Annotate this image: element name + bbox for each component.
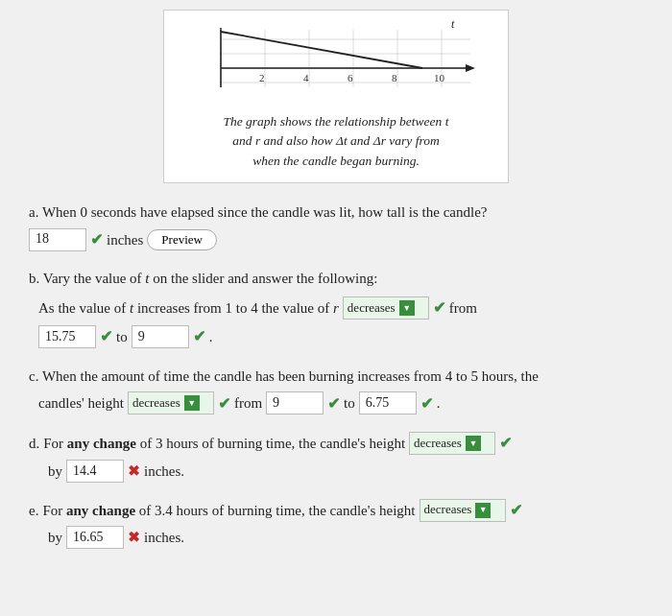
section-a-answer-row: 18 ✔ inches Preview (29, 227, 643, 252)
section-e-dropdown-arrow: ▼ (475, 503, 491, 518)
section-b-to: to (116, 325, 128, 348)
section-e-unit: inches. (144, 526, 184, 549)
svg-text:4: 4 (303, 72, 309, 83)
section-e-text: For any change of 3.4 hours of burning t… (42, 499, 415, 522)
graph-caption: The graph shows the relationship between… (180, 112, 492, 171)
section-c-dropdown-value: decreases (132, 393, 180, 414)
section-b-period: . (209, 325, 213, 348)
section-b-label: b. (29, 271, 39, 286)
svg-text:2: 2 (259, 72, 265, 83)
section-d-label: d. (29, 432, 39, 455)
section-a-input[interactable]: 18 (29, 228, 86, 251)
section-a: a. When 0 seconds have elapsed since the… (29, 201, 643, 252)
section-e-dropdown[interactable]: decreases ▼ (420, 499, 506, 522)
section-d-unit: inches. (144, 460, 184, 483)
section-b-dropdown-value: decreases (348, 298, 396, 319)
section-c-from: from (234, 391, 262, 415)
svg-line-19 (221, 32, 422, 68)
section-e-xmark: ✖ (128, 526, 140, 549)
section-b-checkmark1: ✔ (433, 296, 445, 320)
section-b-text: b. Vary the value of t on the slider and… (29, 267, 643, 290)
section-b-row2: 15.75 ✔ to 9 ✔ . (38, 324, 643, 349)
section-d-text: For any change of 3 hours of burning tim… (43, 432, 405, 455)
section-c-checkmark3: ✔ (420, 391, 433, 416)
graph-container: t 2 4 6 8 10 The graph shows the relatio… (163, 10, 509, 183)
section-c: c. When the amount of time the candle ha… (29, 365, 643, 416)
section-b: b. Vary the value of t on the slider and… (29, 267, 643, 348)
section-d-dropdown[interactable]: decreases ▼ (409, 432, 495, 455)
section-c-period: . (437, 391, 441, 415)
section-a-unit: inches (107, 228, 143, 251)
section-b-content: As the value of t increases from 1 to 4 … (38, 296, 643, 348)
section-e-label: e. (29, 499, 38, 522)
section-c-dropdown[interactable]: decreases ▼ (128, 391, 214, 415)
section-b-val1[interactable]: 15.75 (38, 325, 96, 348)
section-c-dropdown-arrow: ▼ (184, 395, 200, 411)
section-e-row1: e. For any change of 3.4 hours of burnin… (29, 498, 643, 523)
section-d-dropdown-value: decreases (414, 434, 462, 454)
section-c-val1[interactable]: 9 (266, 391, 324, 415)
section-b-checkmark2: ✔ (100, 324, 112, 349)
section-d-row1: d. For any change of 3 hours of burning … (29, 431, 643, 456)
svg-marker-11 (466, 64, 475, 72)
section-d: d. For any change of 3 hours of burning … (29, 431, 643, 483)
section-d-xmark: ✖ (128, 460, 140, 483)
svg-text:10: 10 (434, 72, 445, 83)
section-b-row1-pre: As the value of t increases from 1 to 4 … (38, 296, 339, 320)
section-c-checkmark1: ✔ (218, 391, 230, 416)
section-e-row2: by 16.65 ✖ inches. (48, 526, 643, 549)
section-a-label: a. (29, 204, 38, 220)
graph-svg: t 2 4 6 8 10 (192, 20, 480, 107)
section-b-from: from (449, 296, 477, 320)
section-b-dropdown-arrow: ▼ (399, 300, 415, 316)
section-b-dropdown[interactable]: decreases ▼ (343, 296, 429, 320)
svg-text:8: 8 (392, 72, 397, 83)
section-b-row1: As the value of t increases from 1 to 4 … (38, 296, 643, 320)
section-a-checkmark: ✔ (90, 227, 103, 252)
section-c-val2[interactable]: 6.75 (359, 391, 417, 415)
section-e: e. For any change of 3.4 hours of burnin… (29, 498, 643, 550)
section-a-text: a. When 0 seconds have elapsed since the… (29, 201, 643, 224)
section-d-row2: by 14.4 ✖ inches. (48, 460, 643, 483)
section-c-label: c. (29, 368, 38, 384)
section-e-dropdown-value: decreases (424, 500, 472, 520)
preview-button[interactable]: Preview (147, 229, 217, 250)
section-e-by: by (48, 526, 62, 549)
section-d-value[interactable]: 14.4 (66, 460, 124, 483)
svg-text:6: 6 (348, 72, 353, 83)
section-b-checkmark3: ✔ (193, 324, 205, 349)
section-d-checkmark1: ✔ (499, 431, 512, 456)
section-d-by: by (48, 460, 62, 483)
section-c-text2: candles' height (38, 391, 124, 415)
section-e-value[interactable]: 16.65 (66, 526, 124, 549)
section-e-checkmark1: ✔ (510, 498, 522, 523)
section-c-row: candles' height decreases ▼ ✔ from 9 ✔ t… (38, 391, 643, 416)
section-d-dropdown-arrow: ▼ (466, 436, 481, 451)
svg-text:t: t (451, 20, 455, 31)
section-b-val2[interactable]: 9 (132, 325, 189, 348)
section-c-text: c. When the amount of time the candle ha… (29, 365, 643, 388)
section-c-to: to (344, 391, 355, 415)
section-c-checkmark2: ✔ (327, 391, 340, 416)
